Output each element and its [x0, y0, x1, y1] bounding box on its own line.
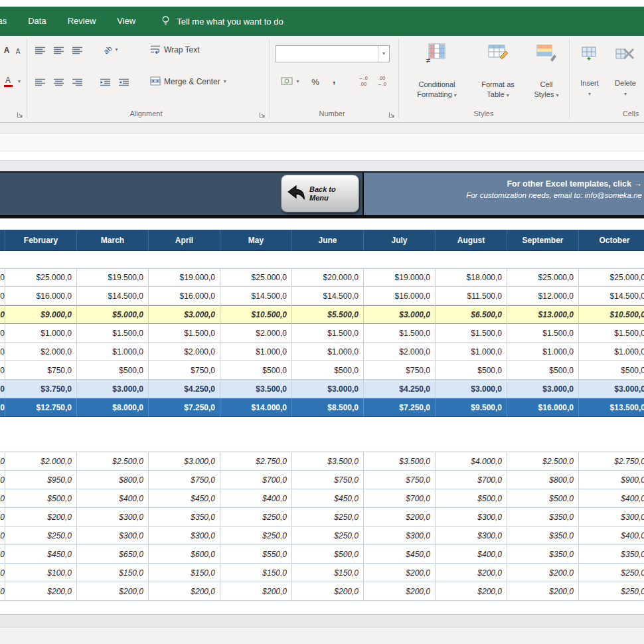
- cell[interactable]: $20.000,0: [292, 268, 364, 287]
- cell[interactable]: $1.000,0: [579, 343, 644, 361]
- cell[interactable]: $450,0: [364, 545, 436, 564]
- edge-cell[interactable]: 0: [0, 564, 5, 582]
- cell[interactable]: $200,0: [292, 582, 364, 601]
- cell[interactable]: $1.500,0: [579, 324, 644, 343]
- cell[interactable]: $9.000,0: [5, 305, 77, 324]
- cell[interactable]: $750,0: [149, 471, 220, 489]
- month-header[interactable]: April: [149, 230, 220, 251]
- cell[interactable]: $200,0: [5, 582, 77, 601]
- cell[interactable]: $450,0: [149, 489, 220, 508]
- cell[interactable]: $500,0: [5, 489, 77, 508]
- cell[interactable]: $500,0: [436, 489, 507, 508]
- cell[interactable]: $400,0: [77, 489, 149, 508]
- cell[interactable]: $3.000,0: [149, 305, 220, 324]
- cell[interactable]: $7.250,0: [149, 398, 220, 417]
- cell[interactable]: $750,0: [292, 471, 364, 489]
- cell[interactable]: $12.000,0: [507, 287, 579, 305]
- cell[interactable]: $200,0: [507, 564, 579, 582]
- cell[interactable]: $7.250,0: [364, 398, 436, 417]
- cell[interactable]: $6.500,0: [436, 305, 507, 324]
- tab-review[interactable]: Review: [57, 7, 107, 36]
- cell[interactable]: $3.000,0: [149, 452, 220, 471]
- cell[interactable]: $500,0: [436, 361, 507, 380]
- cell[interactable]: $3.750,0: [5, 380, 77, 398]
- cell[interactable]: $14.500,0: [292, 287, 364, 305]
- month-header[interactable]: July: [364, 230, 436, 251]
- cell[interactable]: $750,0: [5, 361, 77, 380]
- cell[interactable]: $16.000,0: [149, 287, 220, 305]
- cell[interactable]: $2.000,0: [5, 343, 77, 361]
- align-bottom-button[interactable]: [69, 42, 85, 58]
- cell[interactable]: $500,0: [292, 361, 364, 380]
- cell[interactable]: $18.000,0: [436, 268, 507, 287]
- alignment-dialog-launcher[interactable]: [259, 111, 266, 118]
- cell[interactable]: $300,0: [436, 526, 507, 545]
- edge-cell[interactable]: 0: [0, 361, 5, 380]
- cell[interactable]: $250,0: [292, 526, 364, 545]
- formula-bar[interactable]: [0, 133, 644, 151]
- cell[interactable]: $550,0: [220, 545, 292, 564]
- cell[interactable]: $3.000,0: [77, 380, 149, 398]
- cell[interactable]: $13.000,0: [507, 305, 579, 324]
- align-top-button[interactable]: [32, 42, 48, 58]
- month-header[interactable]: August: [436, 230, 507, 251]
- cell[interactable]: $3.500,0: [220, 380, 292, 398]
- cell[interactable]: $25.000,0: [579, 268, 644, 287]
- scroll-strip[interactable]: [0, 614, 644, 627]
- cell[interactable]: $450,0: [5, 545, 77, 564]
- cell[interactable]: $25.000,0: [5, 268, 77, 287]
- cell[interactable]: $150,0: [292, 564, 364, 582]
- wrap-text-button[interactable]: Wrap Text: [150, 41, 200, 58]
- cell[interactable]: $8.000,0: [77, 398, 149, 417]
- cell[interactable]: $300,0: [77, 508, 149, 526]
- cell[interactable]: $200,0: [364, 582, 436, 601]
- month-header[interactable]: March: [77, 230, 149, 251]
- cell[interactable]: $3.000,0: [507, 380, 579, 398]
- cell[interactable]: $1.500,0: [292, 324, 364, 343]
- cell[interactable]: $100,0: [5, 564, 77, 582]
- cell[interactable]: $700,0: [436, 471, 507, 489]
- cell[interactable]: $150,0: [220, 564, 292, 582]
- cell[interactable]: $300,0: [436, 508, 507, 526]
- cell[interactable]: $3.000,0: [364, 305, 436, 324]
- cell[interactable]: $5.000,0: [77, 305, 149, 324]
- format-as-table-button[interactable]: Format as Table ▾: [473, 39, 523, 120]
- edge-cell[interactable]: 0: [0, 508, 5, 526]
- cell[interactable]: $2.000,0: [5, 452, 77, 471]
- cell[interactable]: $200,0: [77, 582, 149, 601]
- comma-style-button[interactable]: ,: [328, 70, 340, 88]
- edge-cell[interactable]: 0: [0, 287, 5, 305]
- cell[interactable]: $4.250,0: [149, 380, 220, 398]
- cell[interactable]: $200,0: [149, 582, 220, 601]
- cell[interactable]: $200,0: [220, 582, 292, 601]
- edge-cell[interactable]: 0: [0, 526, 5, 545]
- cell[interactable]: $1.000,0: [292, 343, 364, 361]
- decrease-indent-button[interactable]: [97, 74, 113, 90]
- align-middle-button[interactable]: [50, 42, 66, 58]
- cell[interactable]: $10.500,0: [579, 305, 644, 324]
- cell[interactable]: $650,0: [77, 545, 149, 564]
- cell[interactable]: $400,0: [436, 545, 507, 564]
- cell[interactable]: $19.000,0: [364, 268, 436, 287]
- cell[interactable]: $750,0: [149, 361, 220, 380]
- cell[interactable]: $300,0: [77, 526, 149, 545]
- cell[interactable]: $500,0: [77, 361, 149, 380]
- edge-cell[interactable]: 0: [0, 268, 5, 287]
- edge-cell[interactable]: 0: [0, 398, 5, 417]
- cell[interactable]: $400,0: [579, 489, 644, 508]
- cell[interactable]: $200,0: [364, 564, 436, 582]
- orientation-button[interactable]: ab▾: [100, 41, 122, 58]
- cell[interactable]: $11.500,0: [436, 287, 507, 305]
- cell[interactable]: $8.500,0: [292, 398, 364, 417]
- edge-cell[interactable]: 0: [0, 471, 5, 489]
- font-color-caret-icon[interactable]: ▾: [16, 77, 23, 86]
- cell[interactable]: $14.500,0: [77, 287, 149, 305]
- cell[interactable]: $1.000,0: [5, 324, 77, 343]
- cell[interactable]: $350,0: [149, 508, 220, 526]
- cell[interactable]: $350,0: [507, 526, 579, 545]
- percent-style-button[interactable]: %: [308, 73, 323, 90]
- align-right-button[interactable]: [69, 74, 85, 90]
- cell[interactable]: $25.000,0: [507, 268, 579, 287]
- shrink-font-button[interactable]: A: [13, 44, 23, 58]
- cell[interactable]: $2.500,0: [507, 452, 579, 471]
